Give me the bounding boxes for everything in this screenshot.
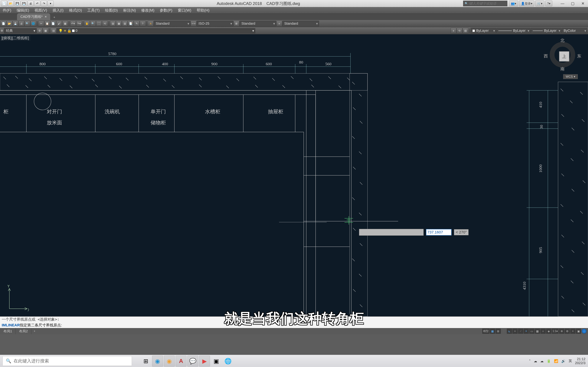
- new-icon[interactable]: 📄: [1, 21, 6, 26]
- layer-dd[interactable]: 💡 ☀ 🔓 0: [57, 28, 255, 33]
- tray-onedrive-icon[interactable]: ☁: [540, 359, 544, 363]
- compass-s[interactable]: 南: [561, 66, 564, 72]
- status-annoscale[interactable]: 1:1▾: [552, 329, 559, 334]
- close-btn[interactable]: ✕: [578, 1, 588, 6]
- zoom-prev-icon[interactable]: ⟲: [102, 21, 108, 26]
- status-snap-icon[interactable]: ⊞: [496, 329, 501, 334]
- layout-tab-l1[interactable]: 布局1: [0, 328, 16, 334]
- mlstyle-dd[interactable]: Standard: [282, 21, 319, 26]
- ssm-icon[interactable]: 📑: [128, 21, 134, 26]
- status-lwt-icon[interactable]: ▭: [529, 329, 534, 334]
- menu-edit[interactable]: 编辑(E): [14, 7, 32, 13]
- tray-ime[interactable]: 英: [569, 359, 572, 363]
- help-search[interactable]: 🔍: [463, 1, 507, 6]
- qat-save-icon[interactable]: 💾: [14, 1, 20, 6]
- minimize-btn[interactable]: —: [557, 1, 568, 6]
- dc-icon[interactable]: ▦: [116, 21, 122, 26]
- plot-icon[interactable]: 🖨: [18, 21, 24, 26]
- match-icon[interactable]: 🖌: [56, 21, 62, 26]
- tray-clock[interactable]: 21:122022/3: [575, 357, 585, 365]
- props-icon[interactable]: ▤: [110, 21, 116, 26]
- status-polar-icon[interactable]: ✧: [512, 329, 518, 334]
- status-ortho-icon[interactable]: ⊾: [507, 329, 512, 334]
- layer-mgr-icon[interactable]: ▤: [51, 28, 56, 33]
- status-cycle-icon[interactable]: ◈: [546, 329, 551, 334]
- menu-help[interactable]: 帮助(H): [194, 7, 212, 13]
- menu-insert[interactable]: 插入(I): [50, 7, 66, 13]
- help-btn[interactable]: ?▾: [545, 1, 552, 6]
- signin-btn[interactable]: 👤 登录 ▾: [519, 1, 534, 6]
- menu-draw[interactable]: 绘图(D): [102, 7, 121, 13]
- add-file-tab[interactable]: +: [51, 15, 58, 20]
- menu-dim[interactable]: 标注(N): [121, 7, 139, 13]
- tray-battery-icon[interactable]: 🔋: [547, 359, 551, 363]
- viewcube-top[interactable]: 上: [559, 51, 569, 61]
- taskbar-search[interactable]: 🔍 在此键入进行搜索: [3, 356, 132, 366]
- color-dd[interactable]: ByLayer: [471, 28, 496, 33]
- layer-iso-icon[interactable]: ≡: [451, 28, 456, 33]
- file-tab-active[interactable]: CAD学习图纸*✕: [17, 13, 50, 20]
- block-icon[interactable]: ▦: [62, 21, 68, 26]
- qat-redo-icon[interactable]: ↷: [41, 1, 47, 6]
- help-search-input[interactable]: [469, 1, 506, 5]
- tablestyle-icon[interactable]: ⊞: [233, 21, 239, 26]
- menu-param[interactable]: 参数(P): [157, 7, 175, 13]
- layer-state-icon[interactable]: ▤: [463, 28, 468, 33]
- save-icon[interactable]: 💾: [13, 21, 18, 26]
- menu-file[interactable]: 件(F): [0, 7, 14, 13]
- open-icon[interactable]: 📂: [7, 21, 12, 26]
- menu-modify[interactable]: 修改(M): [138, 7, 157, 13]
- status-trans-icon[interactable]: ▦: [535, 329, 540, 334]
- infocenter-btn[interactable]: 👥▾: [509, 1, 518, 6]
- paste-icon[interactable]: 📄: [50, 21, 56, 26]
- qat-open-icon[interactable]: 📂: [8, 1, 14, 6]
- viewcube[interactable]: 上 北 南 西 东: [545, 38, 579, 72]
- mlstyle-icon[interactable]: ≡: [277, 21, 282, 26]
- menu-format[interactable]: 格式(O): [66, 7, 85, 13]
- status-monitor-icon[interactable]: +: [570, 329, 575, 334]
- calc-icon[interactable]: ?: [140, 21, 146, 26]
- redo-icon[interactable]: ↷▾: [76, 21, 82, 26]
- textstyle-dd[interactable]: Standard: [154, 21, 190, 26]
- ws-settings-icon[interactable]: ⚙: [37, 28, 42, 33]
- plotstyle-dd[interactable]: ByColor: [562, 28, 587, 33]
- menu-view[interactable]: 视图(V): [32, 7, 50, 13]
- dimstyle-icon[interactable]: ⟼: [191, 21, 196, 26]
- status-hw-icon[interactable]: ▣: [576, 329, 581, 334]
- status-qp-icon[interactable]: ⟐: [541, 329, 546, 334]
- undo-icon[interactable]: ↶▾: [70, 21, 76, 26]
- linetype-dd[interactable]: ByLayer: [531, 28, 562, 33]
- maximize-btn[interactable]: ▢: [568, 1, 578, 6]
- tray-chevron-icon[interactable]: ˄: [529, 359, 531, 363]
- dimstyle-dd[interactable]: ISO-25: [197, 21, 233, 26]
- zoom-rt-icon[interactable]: 🔍: [90, 21, 96, 26]
- zoom-win-icon[interactable]: ⛶: [96, 21, 102, 26]
- compass-e[interactable]: 东: [577, 53, 581, 59]
- textstyle-icon[interactable]: A: [148, 21, 154, 26]
- publish-icon[interactable]: 🌐: [30, 21, 36, 26]
- status-grid-icon[interactable]: ▦: [490, 329, 495, 334]
- menu-window[interactable]: 窗口(W): [175, 7, 194, 13]
- taskbar-app-6[interactable]: ▣: [211, 356, 222, 367]
- status-ws-icon[interactable]: ⚙: [565, 329, 570, 334]
- pan-icon[interactable]: ✋: [84, 21, 90, 26]
- exchange-btn[interactable]: 🛒▾: [535, 1, 544, 6]
- qat-saveas-icon[interactable]: 💾: [21, 1, 27, 6]
- layout-add[interactable]: +: [31, 328, 38, 334]
- compass-w[interactable]: 西: [544, 53, 548, 59]
- taskbar-app-rec[interactable]: ▶: [199, 356, 210, 367]
- tray-wifi-icon[interactable]: 📶: [554, 359, 558, 363]
- taskbar-app-chrome[interactable]: 🌐: [223, 356, 233, 367]
- layer-prev-icon[interactable]: ⟲: [457, 28, 462, 33]
- status-anno-icon[interactable]: ✲: [559, 329, 564, 334]
- tray-volume-icon[interactable]: 🔊: [561, 359, 566, 363]
- wcs-dropdown[interactable]: WCS ▾: [563, 74, 578, 79]
- cut-icon[interactable]: ✂: [38, 21, 44, 26]
- task-view-icon[interactable]: ⊞: [140, 356, 151, 367]
- taskbar-app-autocad[interactable]: A: [176, 356, 186, 367]
- status-model[interactable]: 模型: [482, 329, 490, 334]
- menu-tools[interactable]: 工具(T): [85, 7, 102, 13]
- lineweight-dd[interactable]: ByLayer: [496, 28, 530, 33]
- drawing-canvas[interactable]: ][俯视][二维线框] 5780 800 600 400 900 600 80 …: [0, 34, 588, 316]
- markup-icon[interactable]: ✎: [134, 21, 139, 26]
